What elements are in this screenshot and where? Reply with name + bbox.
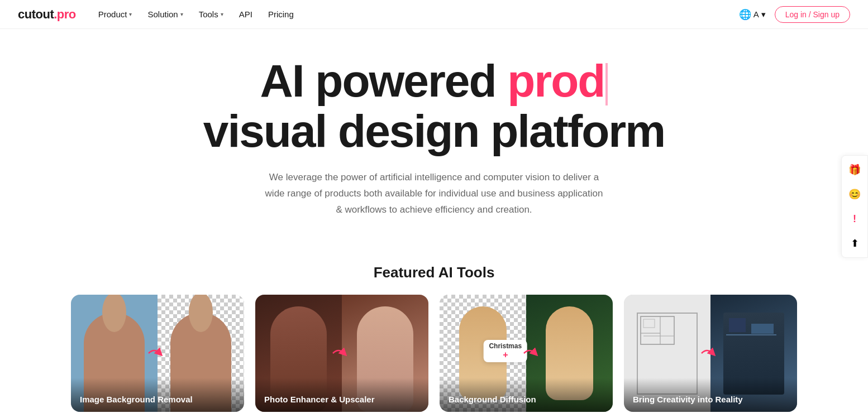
svg-rect-6 [729, 318, 746, 332]
chevron-down-icon: ▾ [761, 9, 766, 20]
nav-tools[interactable]: Tools ▾ [199, 9, 223, 19]
svg-rect-0 [641, 316, 674, 344]
upload-icon: ⬆ [851, 237, 859, 249]
card-bg-diffusion[interactable]: Christmas + Background Diffusion [440, 295, 613, 412]
card-creativity[interactable]: Bring Creativity into Reality [624, 295, 797, 412]
logo-text: cutout [18, 7, 54, 21]
card-photo-enhancer[interactable]: Photo Enhancer & Upscaler [255, 295, 428, 412]
hero-subtitle: We leverage the power of artificial inte… [261, 170, 607, 218]
card-label-photo-enhancer: Photo Enhancer & Upscaler [255, 378, 428, 412]
sidebar-face[interactable]: 😊 [845, 185, 864, 204]
translate-icon: 🌐 [739, 8, 751, 21]
chevron-down-icon: ▾ [221, 11, 223, 17]
card-label-bg-diffusion: Background Diffusion [440, 378, 613, 412]
transition-arrow [697, 343, 717, 363]
hero-section: AI powered prod visual design platform W… [0, 29, 868, 258]
hero-title: AI powered prod visual design platform [11, 56, 857, 156]
badge-label: Christmas [489, 342, 522, 350]
logo-dot: .pro [54, 7, 76, 21]
card-bg-removal[interactable]: Image Background Removal [71, 295, 244, 412]
navbar: cutout.pro Product ▾ Solution ▾ Tools ▾ … [0, 0, 868, 29]
badge-plus: + [503, 350, 508, 360]
featured-title: Featured AI Tools [34, 264, 834, 281]
sidebar-gift[interactable]: 🎁 [845, 160, 864, 179]
language-selector[interactable]: 🌐 A ▾ [739, 8, 766, 21]
transition-arrow [144, 343, 164, 363]
sidebar-upload[interactable]: ⬆ [845, 234, 864, 253]
face-icon: 😊 [848, 188, 861, 200]
nav-links: Product ▾ Solution ▾ Tools ▾ API Pricing [98, 9, 739, 19]
hero-title-line1: AI powered prod [260, 55, 608, 106]
right-sidebar: 🎁 😊 ! ⬆ [841, 155, 868, 258]
featured-section: Featured AI Tools I [0, 258, 868, 413]
card-label-creativity: Bring Creativity into Reality [624, 378, 797, 412]
sidebar-alert[interactable]: ! [845, 209, 864, 228]
person-head [102, 295, 126, 332]
transition-arrow [328, 343, 349, 363]
login-signup-button[interactable]: Log in / Sign up [775, 6, 850, 23]
nav-pricing[interactable]: Pricing [268, 9, 294, 19]
chevron-down-icon: ▾ [180, 11, 183, 17]
text-cursor [605, 63, 608, 105]
person-head-cutout [189, 295, 213, 332]
chevron-down-icon: ▾ [129, 11, 132, 17]
logo[interactable]: cutout.pro [18, 7, 76, 22]
cards-row: Image Background Removal Photo Enhancer … [34, 295, 834, 412]
transition-arrow [519, 343, 540, 363]
svg-rect-3 [643, 319, 655, 328]
nav-solution[interactable]: Solution ▾ [147, 9, 183, 19]
nav-api[interactable]: API [239, 9, 252, 19]
gift-icon: 🎁 [848, 164, 861, 176]
alert-icon: ! [853, 213, 856, 225]
card-label-bg-removal: Image Background Removal [71, 378, 244, 412]
svg-rect-7 [751, 324, 774, 334]
nav-right: 🌐 A ▾ Log in / Sign up [739, 6, 850, 23]
nav-product[interactable]: Product ▾ [98, 9, 132, 19]
